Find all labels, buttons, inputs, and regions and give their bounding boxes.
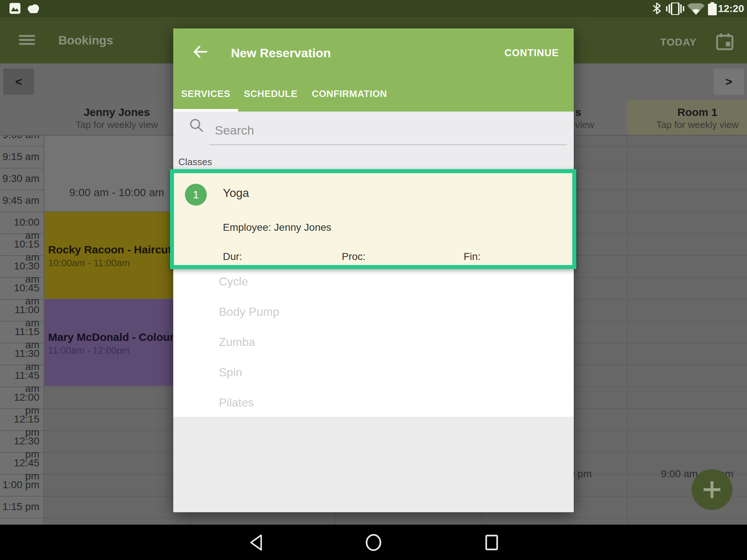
- time-label: 1:00 pm: [0, 478, 39, 491]
- add-booking-fab[interactable]: [692, 469, 732, 510]
- section-label: Classes: [178, 156, 212, 168]
- room1-event-time-start: 9:00 am: [661, 468, 698, 480]
- bluetooth-icon: [652, 3, 662, 14]
- duration-label: Dur:: [223, 250, 242, 263]
- dialog-tabs: SERVICESSCHEDULECONFIRMATION: [173, 76, 396, 112]
- time-label: 9:15 am: [0, 150, 39, 163]
- event-time: 10:00am - 11:00am: [48, 257, 130, 269]
- processing-label: Proc:: [342, 250, 365, 263]
- recents-square-icon[interactable]: [484, 534, 500, 551]
- time-label: 10:00 am: [0, 216, 39, 229]
- event-title: Rocky Racoon - Haircut: [48, 243, 171, 256]
- time-label: 11:45 am: [0, 369, 39, 382]
- search-underline: [209, 144, 567, 145]
- time-label: 12:45 pm: [0, 456, 39, 470]
- search-input[interactable]: [214, 120, 544, 140]
- page-title: Bookings: [58, 33, 113, 48]
- finishing-label: Fin:: [464, 250, 481, 263]
- service-item-body-pump[interactable]: Body Pump: [219, 304, 279, 319]
- service-item-spin[interactable]: Spin: [219, 365, 242, 380]
- wifi-icon: [687, 3, 705, 15]
- calendar-event-mary-mcdonald[interactable]: Mary McDonald - Colour 11:00am - 12:00pm: [44, 299, 189, 386]
- time-label: 9:45 am: [0, 194, 39, 207]
- time-label: 11:15 am: [0, 325, 39, 338]
- dialog-title: New Reservation: [231, 45, 331, 61]
- new-reservation-dialog: New Reservation CONTINUE SERVICESSCHEDUL…: [173, 28, 574, 512]
- service-employee: Employee: Jenny Jones: [223, 221, 331, 234]
- time-label: 10:15 am: [0, 238, 39, 251]
- service-name: Yoga: [223, 186, 249, 200]
- calendar-icon[interactable]: [716, 34, 734, 50]
- service-item-pilates[interactable]: Pilates: [219, 395, 254, 410]
- back-triangle-icon[interactable]: [249, 534, 263, 551]
- continue-button[interactable]: CONTINUE: [504, 47, 559, 59]
- back-arrow-icon[interactable]: [191, 43, 209, 61]
- status-bar: 12:20: [0, 0, 747, 17]
- calendar-event-unnamed[interactable]: 9:00 am - 10:00 am: [44, 125, 189, 211]
- search-icon: [189, 118, 204, 133]
- selected-service-yoga[interactable]: 1 Yoga Employee: Jenny Jones Dur: Proc: …: [170, 169, 576, 269]
- clipped-column-name-fragment: s: [575, 106, 581, 119]
- service-item-zumba[interactable]: Zumba: [219, 335, 255, 349]
- search-section: Classes: [173, 112, 574, 169]
- column-header-jenny-jones[interactable]: Jenny Jones Tap for weekly view: [44, 106, 190, 131]
- calendar-event-rocky-racoon[interactable]: Rocky Racoon - Haircut 10:00am - 11:00am: [44, 212, 189, 299]
- time-label: 10:45 am: [0, 281, 39, 295]
- today-button[interactable]: TODAY: [660, 36, 697, 48]
- time-label: 1:15 pm: [0, 500, 39, 513]
- time-label: 11:30 am: [0, 347, 39, 360]
- clipped-column-sub-fragment: view: [575, 119, 594, 131]
- time-label: 11:00 am: [0, 303, 39, 316]
- tab-schedule[interactable]: SCHEDULE: [238, 76, 303, 112]
- time-label: 10:30 am: [0, 260, 39, 273]
- grid-line: [0, 518, 747, 518]
- cloud-icon: [26, 4, 41, 13]
- home-circle-icon[interactable]: [365, 534, 382, 551]
- menu-icon[interactable]: [19, 35, 35, 47]
- event-title: Mary McDonald - Colour: [48, 331, 174, 344]
- gallery-icon: [9, 3, 21, 14]
- service-item-cycle[interactable]: Cycle: [219, 274, 248, 289]
- previous-day-button[interactable]: <: [3, 69, 34, 95]
- time-label: 12:30 pm: [0, 435, 39, 448]
- dialog-header: New Reservation CONTINUE SERVICESSCHEDUL…: [173, 28, 574, 112]
- next-day-button[interactable]: >: [713, 69, 744, 95]
- vibrate-icon: [666, 3, 684, 15]
- tab-services[interactable]: SERVICES: [173, 76, 238, 112]
- dialog-footer: [173, 417, 574, 512]
- time-label: 9:30 am: [0, 172, 39, 185]
- screen: 12:20 Bookings TODAY < > 9:00 am9:15 am9…: [0, 0, 747, 560]
- column-header-room1[interactable]: Room 1 Tap for weekly view: [627, 106, 747, 131]
- android-nav-bar: [0, 525, 747, 560]
- clock-time: 12:20: [718, 3, 744, 15]
- time-label: 12:00 pm: [0, 391, 39, 404]
- event-time: 9:00 am - 10:00 am: [44, 186, 189, 199]
- tab-confirmation[interactable]: CONFIRMATION: [303, 76, 396, 112]
- event-time: 11:00am - 12:00pm: [48, 345, 130, 356]
- time-label: 12:15 pm: [0, 413, 39, 426]
- selection-count-badge: 1: [185, 184, 207, 206]
- battery-icon: [708, 2, 717, 15]
